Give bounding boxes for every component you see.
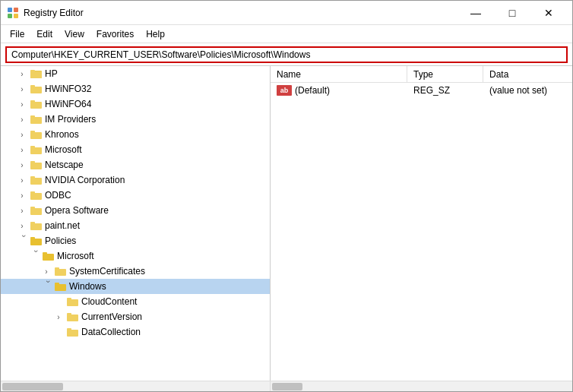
tree-item-netscape[interactable]: › Netscape [1,157,270,172]
folder-icon-odbc [30,190,43,201]
tree-item-microsoft[interactable]: › Microsoft [1,142,270,157]
svg-rect-15 [30,131,35,133]
tree-item-windows[interactable]: › Windows [1,279,270,294]
address-input[interactable] [5,46,568,63]
expand-netscape[interactable]: › [16,159,28,171]
detail-scrollbar[interactable] [271,381,572,391]
svg-rect-22 [30,193,42,200]
expand-systemcerts[interactable]: › [40,265,52,277]
tree-scrollbar-thumb[interactable] [2,383,63,390]
tree-item-opera[interactable]: › Opera Software [1,203,270,218]
menu-edit[interactable]: Edit [30,27,59,41]
ab-icon: ab [277,85,292,96]
folder-icon-hwinfo64 [30,99,43,109]
tree-label-hwinfo32: HWiNFO32 [45,84,91,94]
app-icon [7,7,19,19]
folder-icon-cloudcontent [67,296,79,307]
expand-policies-microsoft[interactable]: › [28,250,40,262]
svg-rect-17 [30,146,35,148]
tree-label-nvidia: NVIDIA Corporation [45,175,125,185]
col-header-type[interactable]: Type [407,66,483,82]
title-bar: Registry Editor — □ ✕ [1,1,572,25]
folder-icon-im [30,114,43,125]
tree-item-odbc[interactable]: › ODBC [1,188,270,203]
expand-policies[interactable]: › [16,235,28,247]
detail-scrollbar-thumb[interactable] [272,383,302,390]
tree-item-hwinfo64[interactable]: › HWiNFO64 [1,96,270,112]
tree-item-policies[interactable]: › Policies [1,233,270,248]
tree-label-paintnet: paint.net [45,220,80,231]
tree-label-microsoft: Microsoft [45,144,82,155]
svg-rect-20 [30,178,42,185]
tree-label-currentversion: CurrentVersion [81,311,142,322]
expand-hwinfo64[interactable]: › [16,98,28,110]
expand-odbc[interactable]: › [16,189,28,201]
svg-rect-3 [14,14,18,18]
svg-rect-36 [67,299,78,306]
expand-hwinfo32[interactable]: › [16,83,28,95]
svg-rect-0 [8,8,12,12]
main-content: › HP › HWiNFO32 › HWiNFO64 [1,66,572,381]
col-header-name[interactable]: Name [271,66,407,82]
folder-icon-hwinfo32 [30,84,43,94]
tree-item-hp[interactable]: › HP [1,66,270,81]
expand-khronos[interactable]: › [16,128,28,141]
expand-im[interactable]: › [16,113,28,125]
detail-row-default[interactable]: ab (Default) REG_SZ (value not set) [271,83,572,98]
folder-icon-netscape [30,160,43,170]
menu-favorites[interactable]: Favorites [90,27,140,41]
tree-label-hwinfo64: HWiNFO64 [45,99,91,109]
tree-label-cloudcontent: CloudContent [81,296,137,307]
tree-label-im: IM Providers [45,114,96,125]
tree-label-windows: Windows [69,281,106,292]
tree-pane: › HP › HWiNFO32 › HWiNFO64 [1,66,271,381]
tree-item-systemcerts[interactable]: › SystemCertificates [1,264,270,279]
minimize-button[interactable]: — [458,1,493,25]
svg-rect-32 [55,269,66,276]
svg-rect-25 [30,207,35,209]
expand-currentversion[interactable]: › [52,311,65,323]
folder-icon-hp [30,68,43,79]
tree-item-datacollection[interactable]: › DataCollection [1,324,270,340]
svg-rect-14 [30,132,42,139]
svg-rect-29 [30,237,35,239]
svg-rect-8 [30,87,42,93]
svg-rect-2 [8,14,12,18]
folder-icon-datacollection [67,327,79,337]
close-button[interactable]: ✕ [531,1,566,25]
tree-item-cloudcontent[interactable]: › CloudContent [1,294,270,309]
tree-item-currentversion[interactable]: › CurrentVersion [1,309,270,324]
tree-item-hwinfo32[interactable]: › HWiNFO32 [1,81,270,96]
maximize-button[interactable]: □ [495,1,530,25]
svg-rect-13 [30,115,35,118]
folder-icon-opera [30,205,43,216]
expand-paintnet[interactable]: › [16,220,28,232]
registry-editor-window: Registry Editor — □ ✕ File Edit View Fav… [0,0,573,392]
menu-view[interactable]: View [59,27,90,41]
tree-label-odbc: ODBC [45,190,71,201]
expand-hp[interactable]: › [16,68,28,80]
folder-icon-policies-microsoft [43,251,55,261]
tree-label-datacollection: DataCollection [81,327,141,337]
expand-nvidia[interactable]: › [16,174,28,186]
tree-item-nvidia[interactable]: › NVIDIA Corporation [1,172,270,188]
tree-item-policies-microsoft[interactable]: › Microsoft [1,248,270,264]
detail-cell-name: ab (Default) [271,84,407,97]
expand-microsoft[interactable]: › [16,144,28,156]
scrollbar-area[interactable] [1,381,572,391]
menu-file[interactable]: File [4,27,30,41]
svg-rect-12 [30,117,42,124]
tree-item-im-providers[interactable]: › IM Providers [1,112,270,127]
folder-icon-khronos [30,129,43,140]
tree-scrollbar[interactable] [1,381,271,391]
tree-item-khronos[interactable]: › Khronos [1,127,270,142]
tree-item-paintnet[interactable]: › paint.net [1,218,270,233]
detail-cell-type: REG_SZ [407,84,483,97]
svg-rect-18 [30,163,42,169]
expand-windows[interactable]: › [40,280,52,292]
menu-help[interactable]: Help [140,27,171,41]
expand-opera[interactable]: › [16,204,28,217]
col-header-data[interactable]: Data [483,66,572,82]
svg-rect-39 [67,313,71,315]
tree-label-systemcerts: SystemCertificates [69,266,145,277]
